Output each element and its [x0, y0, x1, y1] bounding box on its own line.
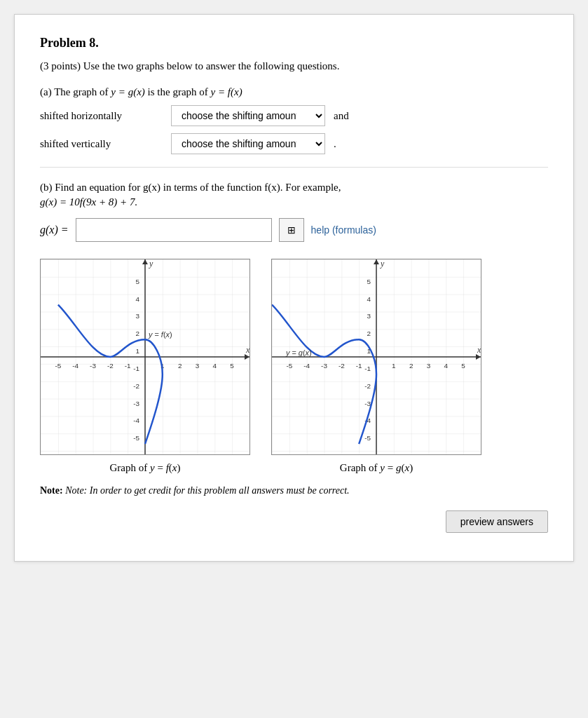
preview-answers-button[interactable]: preview answers [446, 510, 548, 533]
vertical-label: shifted vertically [40, 138, 163, 150]
graph1-caption: Graph of y = f(x) [110, 462, 181, 474]
svg-text:-4: -4 [133, 416, 139, 424]
note-line: Note: Note: In order to get credit for t… [40, 485, 548, 496]
svg-text:2: 2 [136, 330, 140, 337]
svg-text:y = g(x): y = g(x) [285, 348, 312, 357]
svg-text:4: 4 [213, 362, 217, 370]
note-text: Note: In order to get credit for this pr… [65, 485, 349, 496]
graph1-block: x y -5 -4 -3 -2 -1 1 2 3 4 5 5 4 3 2 1 [40, 259, 250, 474]
part-b-label: (b) Find an equation for g(x) in terms o… [40, 182, 548, 194]
svg-text:5: 5 [367, 278, 371, 285]
svg-text:-1: -1 [356, 362, 362, 370]
vertical-shift-row: shifted vertically choose the shifting a… [40, 133, 548, 154]
svg-text:2: 2 [367, 330, 371, 337]
svg-text:4: 4 [136, 295, 140, 303]
svg-text:3: 3 [427, 362, 431, 370]
grid-icon-button[interactable]: ⊞ [279, 218, 304, 242]
svg-text:3: 3 [196, 362, 200, 370]
svg-text:-1: -1 [133, 365, 139, 372]
svg-text:x: x [245, 345, 250, 355]
svg-text:5: 5 [230, 362, 234, 370]
svg-text:-5: -5 [286, 362, 292, 370]
svg-text:5: 5 [136, 278, 140, 285]
svg-text:2: 2 [178, 362, 182, 370]
svg-text:5: 5 [461, 362, 465, 370]
divider1 [40, 167, 548, 168]
svg-text:-3: -3 [90, 362, 96, 370]
svg-text:-4: -4 [303, 362, 310, 370]
svg-text:y: y [380, 259, 385, 269]
svg-text:2: 2 [409, 362, 413, 370]
svg-text:-5: -5 [364, 434, 371, 442]
graph2-block: x y -5 -4 -3 -2 -1 1 2 3 4 5 5 4 3 2 1 -… [271, 259, 481, 474]
problem-title: Problem 8. [40, 36, 548, 50]
gx-label: g(x) = [40, 224, 69, 236]
svg-text:-1: -1 [125, 362, 131, 370]
svg-text:3: 3 [367, 312, 371, 320]
gx-row: g(x) = ⊞ help (formulas) [40, 218, 548, 242]
svg-text:-5: -5 [55, 362, 61, 370]
svg-text:-1: -1 [364, 365, 371, 372]
svg-text:-2: -2 [133, 382, 139, 390]
help-link[interactable]: help (formulas) [311, 224, 376, 236]
vertical-shift-select[interactable]: choose the shifting amount 1 unit up 1 u… [171, 133, 325, 154]
svg-text:1: 1 [392, 362, 396, 370]
svg-text:x: x [477, 345, 481, 355]
svg-text:-2: -2 [364, 382, 371, 390]
grid-icon: ⊞ [287, 224, 296, 236]
page-container: Problem 8. (3 points) Use the two graphs… [14, 14, 574, 562]
svg-text:-3: -3 [133, 400, 139, 407]
part-a-label: (a) The graph of y = g(x) is the graph o… [40, 86, 548, 98]
svg-text:1: 1 [136, 347, 140, 355]
svg-text:4: 4 [367, 295, 371, 303]
horizontal-shift-select[interactable]: choose the shifting amount 1 unit right … [171, 105, 325, 126]
graph1-svg: x y -5 -4 -3 -2 -1 1 2 3 4 5 5 4 3 2 1 [40, 259, 250, 455]
preview-btn-row: preview answers [40, 510, 548, 533]
period-text: . [334, 138, 336, 150]
svg-text:y: y [149, 259, 153, 269]
svg-text:4: 4 [444, 362, 449, 370]
svg-text:-2: -2 [107, 362, 114, 370]
part-b-example: g(x) = 10f(9x + 8) + 7. [40, 196, 548, 208]
svg-text:y = f(x): y = f(x) [148, 330, 172, 339]
graph2-caption: Graph of y = g(x) [340, 462, 413, 474]
gx-input[interactable] [76, 218, 272, 242]
part-b-block: (b) Find an equation for g(x) in terms o… [40, 182, 548, 208]
horizontal-label: shifted horizontally [40, 110, 163, 122]
svg-text:-4: -4 [72, 362, 78, 370]
and-text: and [334, 110, 349, 122]
svg-text:-3: -3 [321, 362, 327, 370]
graph2-svg: x y -5 -4 -3 -2 -1 1 2 3 4 5 5 4 3 2 1 -… [271, 259, 481, 455]
svg-text:-5: -5 [133, 434, 139, 442]
graphs-row: x y -5 -4 -3 -2 -1 1 2 3 4 5 5 4 3 2 1 [40, 259, 548, 474]
svg-text:-2: -2 [339, 362, 345, 370]
svg-text:3: 3 [136, 312, 140, 320]
horizontal-shift-row: shifted horizontally choose the shifting… [40, 105, 548, 126]
points-line: (3 points) Use the two graphs below to a… [40, 60, 548, 72]
